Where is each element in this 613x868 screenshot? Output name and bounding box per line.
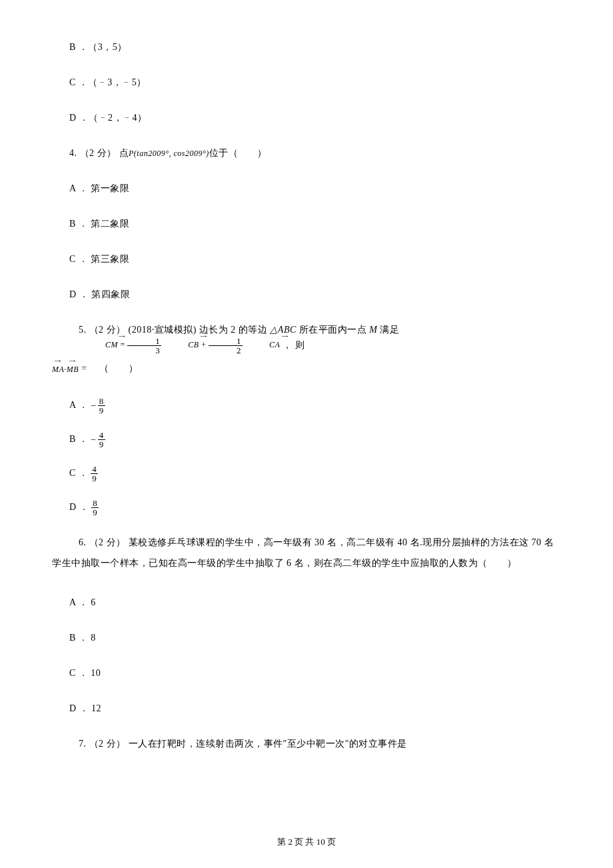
- q5-dot-product: MA·MB: [52, 363, 79, 375]
- frac-4-9: 49: [91, 465, 98, 483]
- q6-option-d: D ． 12: [52, 701, 561, 715]
- q4-option-a: A ． 第一象限: [52, 181, 561, 195]
- q5-a-label: A ．: [69, 400, 88, 410]
- q7-stem: 7. （2 分） 一人在打靶时，连续射击两次，事件"至少中靶一次"的对立事件是: [52, 737, 561, 751]
- q5-M: M: [369, 325, 377, 335]
- frac-8-9: 89: [98, 397, 105, 415]
- q5-stem-mid2: 满足: [377, 325, 399, 335]
- q4-option-b: B ． 第二象限: [52, 217, 561, 231]
- page-footer: 第 2 页 共 10 页: [0, 836, 613, 848]
- frac-4-9: 49: [98, 431, 105, 449]
- vector-cb: CB: [161, 339, 199, 351]
- q4-stem: 4. （2 分） 点P(tan2009°, cos2009°)位于（ ）: [52, 146, 561, 160]
- plus: +: [199, 340, 209, 349]
- vector-cm: CM: [79, 339, 118, 351]
- q3-option-c: C ．（﹣3，﹣5）: [52, 75, 561, 89]
- q5-option-d: D ． 89: [52, 499, 561, 517]
- q5-stem-post: ， 则: [280, 340, 305, 350]
- equals: =: [118, 340, 127, 349]
- q5-option-c: C ． 49: [52, 465, 561, 483]
- q5-c-label: C ．: [69, 468, 88, 478]
- q5-cont-eq: = （ ）: [79, 363, 138, 373]
- q5-stem: 5. （2 分） (2018·宣城模拟) 边长为 2 的等边 △ABC 所在平面…: [52, 323, 561, 355]
- q5-d-label: D ．: [69, 502, 89, 512]
- vector-mb: MB: [67, 363, 79, 375]
- q4-point-expr: P(tan2009°, cos2009°): [129, 149, 209, 158]
- q5-stem-mid1: 所在平面内一点: [297, 325, 370, 335]
- q4-option-c: C ． 第三象限: [52, 252, 561, 266]
- q6-stem: 6. （2 分） 某校选修乒乓球课程的学生中，高一年级有 30 名，高二年级有 …: [52, 533, 561, 574]
- minus-icon: −: [91, 399, 96, 413]
- q6-option-c: C ． 10: [52, 666, 561, 680]
- q5-continuation: MA·MB = （ ）: [52, 361, 561, 375]
- q5-b-label: B ．: [69, 434, 88, 444]
- q4-option-d: D ． 第四象限: [52, 287, 561, 301]
- q5-equation: CM = 13CB + 12CA: [52, 337, 280, 355]
- q5-option-a: A ． −89: [52, 397, 561, 415]
- q4-stem-post: 位于（ ）: [209, 148, 267, 158]
- q6-option-a: A ． 6: [52, 595, 561, 609]
- q3-option-d: D ．（﹣2，﹣4）: [52, 111, 561, 125]
- q4-stem-pre: 4. （2 分） 点: [69, 148, 129, 158]
- minus-icon: −: [91, 433, 96, 447]
- q6-option-b: B ． 8: [52, 631, 561, 645]
- q5-option-b: B ． −49: [52, 431, 561, 449]
- vector-ca: CA: [243, 339, 280, 351]
- frac-8-9: 89: [91, 499, 99, 517]
- q3-option-b: B ．（3，5）: [52, 40, 561, 54]
